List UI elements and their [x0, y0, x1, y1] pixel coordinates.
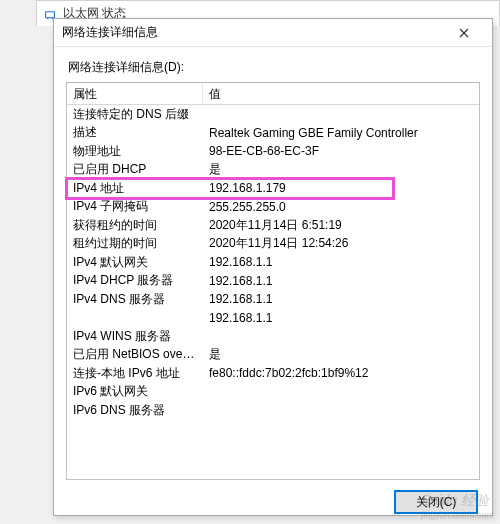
property-cell: IPv4 DHCP 服务器: [67, 272, 203, 289]
property-cell: 物理地址: [67, 143, 203, 160]
value-cell: 是: [203, 346, 479, 363]
table-row[interactable]: IPv6 DNS 服务器: [67, 401, 479, 420]
table-row[interactable]: IPv6 默认网关: [67, 383, 479, 402]
close-button[interactable]: 关闭(C): [394, 490, 478, 514]
table-row[interactable]: 已启用 DHCP是: [67, 161, 479, 180]
value-cell: 98-EE-CB-68-EC-3F: [203, 144, 479, 158]
table-row[interactable]: 连接特定的 DNS 后缀: [67, 105, 479, 124]
property-cell: 已启用 DHCP: [67, 161, 203, 178]
table-row[interactable]: IPv4 DHCP 服务器192.168.1.1: [67, 272, 479, 291]
table-row[interactable]: 租约过期的时间2020年11月14日 12:54:26: [67, 235, 479, 254]
table-row[interactable]: 已启用 NetBIOS over Tc...是: [67, 346, 479, 365]
value-cell: 192.168.1.1: [203, 311, 479, 325]
value-cell: 192.168.1.1: [203, 292, 479, 306]
dialog-body: 网络连接详细信息(D): 属性 值 连接特定的 DNS 后缀描述Realtek …: [54, 47, 492, 524]
value-cell: 2020年11月14日 12:54:26: [203, 235, 479, 252]
value-cell: 192.168.1.1: [203, 255, 479, 269]
dialog-titlebar: 网络连接详细信息: [54, 19, 492, 47]
column-property[interactable]: 属性: [67, 83, 203, 104]
table-row[interactable]: 连接-本地 IPv6 地址fe80::fddc:7b02:2fcb:1bf9%1…: [67, 364, 479, 383]
table-row[interactable]: IPv4 地址192.168.1.179: [67, 179, 479, 198]
value-cell: Realtek Gaming GBE Family Controller: [203, 126, 479, 140]
property-cell: IPv4 子网掩码: [67, 198, 203, 215]
property-cell: IPv4 默认网关: [67, 254, 203, 271]
table-row[interactable]: 描述Realtek Gaming GBE Family Controller: [67, 124, 479, 143]
value-cell: 是: [203, 161, 479, 178]
svg-rect-0: [46, 11, 55, 17]
details-table: 属性 值 连接特定的 DNS 后缀描述Realtek Gaming GBE Fa…: [66, 82, 480, 480]
value-cell: 2020年11月14日 6:51:19: [203, 217, 479, 234]
table-row[interactable]: 192.168.1.1: [67, 309, 479, 328]
dialog-title: 网络连接详细信息: [62, 24, 444, 41]
table-row[interactable]: IPv4 默认网关192.168.1.1: [67, 253, 479, 272]
property-cell: 已启用 NetBIOS over Tc...: [67, 346, 203, 363]
close-icon[interactable]: [444, 19, 484, 47]
value-cell: fe80::fddc:7b02:2fcb:1bf9%12: [203, 366, 479, 380]
table-row[interactable]: IPv4 子网掩码255.255.255.0: [67, 198, 479, 217]
value-cell: 255.255.255.0: [203, 200, 479, 214]
property-cell: IPv4 DNS 服务器: [67, 291, 203, 308]
table-header: 属性 值: [67, 83, 479, 105]
value-cell: 192.168.1.1: [203, 274, 479, 288]
table-row[interactable]: IPv4 WINS 服务器: [67, 327, 479, 346]
list-label: 网络连接详细信息(D):: [68, 59, 480, 76]
property-cell: 获得租约的时间: [67, 217, 203, 234]
property-cell: 租约过期的时间: [67, 235, 203, 252]
table-row[interactable]: 获得租约的时间2020年11月14日 6:51:19: [67, 216, 479, 235]
property-cell: IPv4 地址: [67, 180, 203, 197]
property-cell: 连接-本地 IPv6 地址: [67, 365, 203, 382]
property-cell: 描述: [67, 124, 203, 141]
column-value[interactable]: 值: [203, 83, 479, 104]
property-cell: IPv6 DNS 服务器: [67, 402, 203, 419]
property-cell: IPv6 默认网关: [67, 383, 203, 400]
value-cell: 192.168.1.179: [203, 181, 479, 195]
network-details-dialog: 网络连接详细信息 网络连接详细信息(D): 属性 值 连接特定的 DNS 后缀描…: [53, 18, 493, 516]
property-cell: 连接特定的 DNS 后缀: [67, 106, 203, 123]
table-row[interactable]: IPv4 DNS 服务器192.168.1.1: [67, 290, 479, 309]
table-row[interactable]: 物理地址98-EE-CB-68-EC-3F: [67, 142, 479, 161]
property-cell: IPv4 WINS 服务器: [67, 328, 203, 345]
button-row: 关闭(C): [66, 490, 480, 514]
